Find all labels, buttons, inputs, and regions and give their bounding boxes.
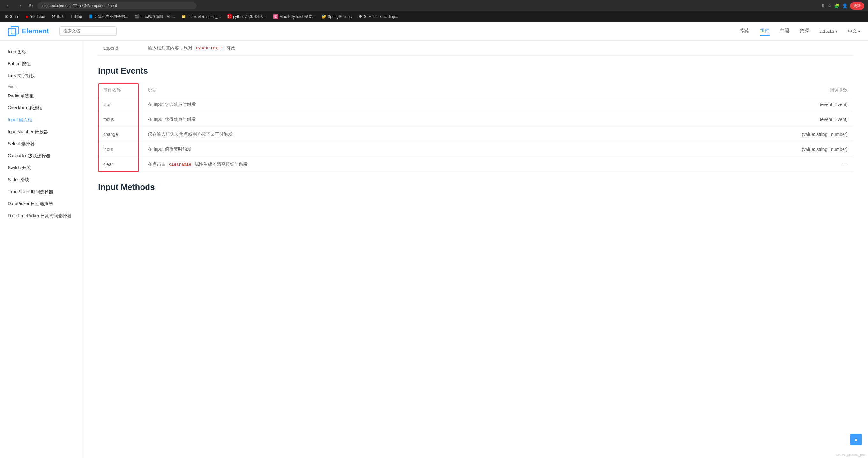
slot-table: append 输入框后置内容，只对 type="text" 有效 bbox=[98, 41, 853, 56]
event-name-blur: blur bbox=[98, 97, 143, 112]
bookmark-gmail-label: Gmail bbox=[9, 14, 20, 19]
sidebar-item-link[interactable]: Link 文字链接 bbox=[0, 70, 83, 82]
sidebar-item-icon[interactable]: Icon 图标 bbox=[0, 46, 83, 58]
bookmark-raspios[interactable]: 📁 Index of /raspios_... bbox=[179, 14, 223, 20]
nav-component[interactable]: 组件 bbox=[760, 26, 770, 36]
col-callback: 回调参数 bbox=[751, 84, 853, 97]
bookmark-macvideo[interactable]: 🎬 mac视频编辑 - Ma... bbox=[132, 13, 178, 20]
extensions-icon[interactable]: 🧩 bbox=[834, 3, 840, 8]
sidebar-item-timepicker[interactable]: TimePicker 时间选择器 bbox=[0, 186, 83, 198]
github-icon: ⚙ bbox=[359, 14, 362, 19]
sidebar-category-form: Form bbox=[0, 82, 83, 90]
sidebar-item-inputnumber[interactable]: InputNumber 计数器 bbox=[0, 126, 83, 138]
profile-icon[interactable]: 👤 bbox=[842, 3, 847, 8]
event-desc-focus: 在 Input 获得焦点时触发 bbox=[143, 112, 751, 127]
springsec-icon: 🔐 bbox=[321, 14, 326, 19]
sidebar-item-select[interactable]: Select 选择器 bbox=[0, 138, 83, 150]
forward-button[interactable]: → bbox=[15, 2, 24, 9]
sidebar-item-datepicker[interactable]: DatePicker 日期选择器 bbox=[0, 198, 83, 210]
event-row-input: input 在 Input 值改变时触发 (value: string | nu… bbox=[98, 142, 853, 157]
nav-guide[interactable]: 指南 bbox=[740, 26, 750, 36]
sidebar-item-input[interactable]: Input 输入框 bbox=[0, 114, 83, 126]
bookmark-pytorch[interactable]: 知 Mac上PyTorch安装... bbox=[271, 13, 318, 20]
slot-append-code: type="text" bbox=[194, 45, 225, 51]
input-methods-title: Input Methods bbox=[98, 182, 853, 192]
bookmark-macvideo-label: mac视频编辑 - Ma... bbox=[141, 14, 175, 20]
table-header-row: 事件名称 说明 回调参数 bbox=[98, 84, 853, 97]
element-logo-icon bbox=[8, 26, 19, 37]
bookmark-csbook-label: 计算机专业电子书... bbox=[94, 14, 128, 20]
watermark: CSDN @placho_php bbox=[836, 453, 865, 457]
sidebar-item-checkbox[interactable]: Checkbox 多选框 bbox=[0, 102, 83, 114]
slot-append-callback bbox=[751, 41, 853, 56]
event-callback-focus: (event: Event) bbox=[751, 112, 853, 127]
raspios-icon: 📁 bbox=[181, 14, 186, 19]
browser-chrome: ← → ↻ element.eleme.cn/#/zh-CN/component… bbox=[0, 0, 868, 11]
version-label: 2.15.13 bbox=[819, 29, 834, 34]
sidebar-item-datetimepicker[interactable]: DateTimePicker 日期时间选择器 bbox=[0, 210, 83, 222]
event-callback-blur: (event: Event) bbox=[751, 97, 853, 112]
bookmark-translate-label: 翻译 bbox=[74, 14, 82, 20]
scroll-to-top-button[interactable]: ▲ bbox=[850, 434, 862, 445]
bookmark-translate[interactable]: T 翻译 bbox=[68, 13, 85, 20]
input-events-table: 事件名称 说明 回调参数 blur 在 Input 失去焦点时触发 (event… bbox=[98, 84, 853, 172]
main-layout: Icon 图标 Button 按钮 Link 文字链接 Form Radio 单… bbox=[0, 41, 868, 458]
python-icon: C bbox=[227, 14, 232, 19]
nav-resource[interactable]: 资源 bbox=[800, 26, 809, 36]
version-chevron-icon: ▾ bbox=[836, 29, 838, 34]
share-icon[interactable]: ⬆ bbox=[821, 3, 825, 8]
bookmark-gmail[interactable]: ✉ Gmail bbox=[3, 14, 22, 20]
event-callback-input: (value: string | number) bbox=[751, 142, 853, 157]
csbook-icon: 📘 bbox=[88, 14, 93, 19]
event-row-clear: clear 在点击由 clearable 属性生成的清空按钮时触发 — bbox=[98, 157, 853, 172]
event-desc-change: 仅在输入框失去焦点或用户按下回车时触发 bbox=[143, 127, 751, 142]
bookmark-maps-label: 地图 bbox=[57, 14, 64, 20]
bookmark-icon[interactable]: ☆ bbox=[828, 3, 832, 8]
slot-append-name: append bbox=[98, 41, 143, 56]
sidebar-item-cascader[interactable]: Cascader 级联选择器 bbox=[0, 150, 83, 162]
app-header: Element 指南 组件 主题 资源 2.15.13 ▾ 中文 ▾ bbox=[0, 22, 868, 41]
gmail-icon: ✉ bbox=[5, 14, 8, 19]
logo[interactable]: Element bbox=[8, 26, 49, 37]
col-description: 说明 bbox=[143, 84, 751, 97]
sidebar-item-switch[interactable]: Switch 开关 bbox=[0, 162, 83, 174]
event-table-wrapper: 事件名称 说明 回调参数 blur 在 Input 失去焦点时触发 (event… bbox=[98, 84, 853, 172]
slot-append-description: 输入框后置内容，只对 type="text" 有效 bbox=[143, 41, 751, 56]
bookmark-csbook[interactable]: 📘 计算机专业电子书... bbox=[86, 13, 131, 20]
event-name-focus: focus bbox=[98, 112, 143, 127]
update-button[interactable]: 更新 bbox=[850, 2, 864, 9]
logo-text: Element bbox=[22, 27, 49, 35]
youtube-icon: ▶ bbox=[26, 14, 29, 19]
bookmark-springsec[interactable]: 🔐 SpringSecurity bbox=[319, 14, 355, 20]
col-event-name: 事件名称 bbox=[98, 84, 143, 97]
event-desc-input: 在 Input 值改变时触发 bbox=[143, 142, 751, 157]
bookmark-youtube[interactable]: ▶ YouTube bbox=[23, 14, 48, 20]
nav-version[interactable]: 2.15.13 ▾ bbox=[819, 29, 838, 34]
content-area: append 输入框后置内容，只对 type="text" 有效 Input E… bbox=[83, 41, 868, 458]
bookmark-github[interactable]: ⚙ GitHub – xkcoding... bbox=[356, 14, 401, 20]
event-desc-clear: 在点击由 clearable 属性生成的清空按钮时触发 bbox=[143, 157, 751, 172]
sidebar-item-slider[interactable]: Slider 滑块 bbox=[0, 174, 83, 186]
event-name-change: change bbox=[98, 127, 143, 142]
url-bar[interactable]: element.eleme.cn/#/zh-CN/component/input bbox=[37, 2, 196, 9]
bookmark-pytorch-label: Mac上PyTorch安装... bbox=[279, 14, 315, 20]
search-input[interactable] bbox=[59, 26, 117, 36]
event-callback-change: (value: string | number) bbox=[751, 127, 853, 142]
header-nav: 指南 组件 主题 资源 2.15.13 ▾ 中文 ▾ bbox=[740, 26, 860, 36]
slot-append-row: append 输入框后置内容，只对 type="text" 有效 bbox=[98, 41, 853, 56]
bookmark-springsec-label: SpringSecurity bbox=[328, 14, 352, 19]
sidebar-item-radio[interactable]: Radio 单选框 bbox=[0, 90, 83, 102]
sidebar-item-button[interactable]: Button 按钮 bbox=[0, 58, 83, 70]
event-desc-blur: 在 Input 失去焦点时触发 bbox=[143, 97, 751, 112]
browser-actions: ⬆ ☆ 🧩 👤 更新 bbox=[821, 2, 864, 9]
reload-button[interactable]: ↻ bbox=[27, 2, 35, 9]
bookmark-youtube-label: YouTube bbox=[30, 14, 45, 19]
bookmark-python[interactable]: C python之调用科大... bbox=[225, 13, 270, 20]
nav-language[interactable]: 中文 ▾ bbox=[848, 28, 860, 34]
nav-theme[interactable]: 主题 bbox=[780, 26, 789, 36]
language-label: 中文 bbox=[848, 28, 857, 34]
bookmark-maps[interactable]: 🗺 地图 bbox=[49, 13, 67, 20]
event-row-focus: focus 在 Input 获得焦点时触发 (event: Event) bbox=[98, 112, 853, 127]
event-name-clear: clear bbox=[98, 157, 143, 172]
back-button[interactable]: ← bbox=[4, 2, 13, 9]
